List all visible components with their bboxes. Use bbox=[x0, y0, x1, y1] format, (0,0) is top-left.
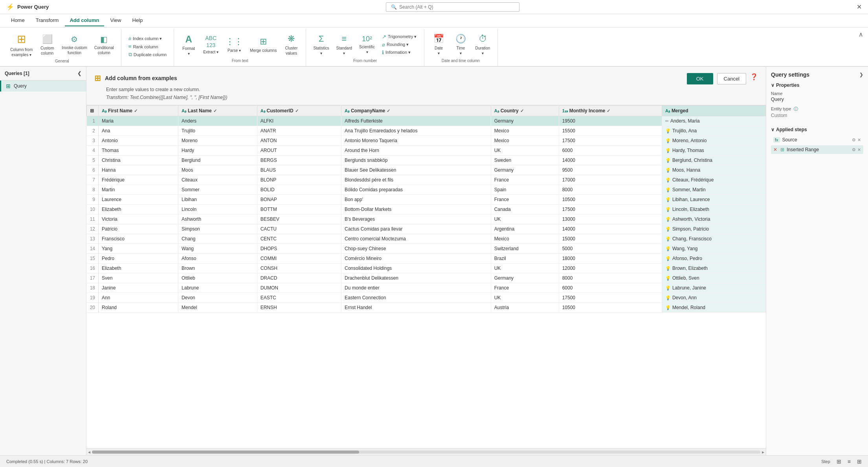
merged-cell[interactable]: ✏Anders, Maria bbox=[662, 116, 765, 126]
step-source-delete-icon[interactable]: ✕ bbox=[857, 137, 861, 143]
info-icon[interactable]: 💡 bbox=[665, 295, 671, 300]
horizontal-scrollbar[interactable]: ◂ ▸ bbox=[86, 448, 766, 455]
ribbon-trigonometry[interactable]: ↗ Trigonometry ▾ bbox=[380, 33, 419, 40]
merged-cell[interactable]: 💡Moreno, Antonio bbox=[662, 136, 765, 146]
search-box[interactable]: 🔍 bbox=[386, 2, 519, 12]
query-list-item-query[interactable]: ⊞ Query bbox=[0, 81, 86, 92]
step-inserted-range[interactable]: ✕ ⊞ Inserted Range ⚙ ✕ bbox=[771, 145, 863, 154]
info-icon[interactable]: 💡 bbox=[665, 138, 671, 143]
info-icon[interactable]: 💡 bbox=[665, 256, 671, 261]
scroll-right-button[interactable]: ▸ bbox=[762, 449, 764, 455]
info-icon[interactable]: 💡 bbox=[665, 148, 671, 153]
ribbon-duplicate-column[interactable]: ⧉ Duplicate column bbox=[126, 51, 169, 59]
ribbon-format[interactable]: A Format▾ bbox=[179, 31, 198, 58]
merged-cell[interactable]: 💡Wang, Yang bbox=[662, 244, 765, 254]
info-icon[interactable]: 💡 bbox=[665, 286, 671, 290]
info-icon[interactable]: 💡 bbox=[665, 207, 671, 212]
step-source-settings-icon[interactable]: ⚙ bbox=[852, 137, 856, 143]
ribbon-cluster-values[interactable]: ❋ Clustervalues bbox=[281, 32, 301, 57]
merged-cell[interactable]: 💡Hardy, Thomas bbox=[662, 146, 765, 156]
merged-cell[interactable]: 💡Sommer, Martin bbox=[662, 185, 765, 195]
menu-add-column[interactable]: Add column bbox=[65, 15, 104, 26]
info-icon[interactable]: 💡 bbox=[665, 158, 671, 163]
ribbon-parse[interactable]: ⋮⋮ Parse ▾ bbox=[223, 35, 245, 55]
merged-cell[interactable]: 💡Trujillo, Ana bbox=[662, 126, 765, 136]
merged-cell[interactable]: 💡Brown, Elizabeth bbox=[662, 264, 765, 273]
col-header-merged[interactable]: Aᵦ Merged bbox=[662, 106, 765, 116]
menu-home[interactable]: Home bbox=[6, 15, 29, 26]
status-step-icon[interactable]: ⊞ bbox=[837, 458, 841, 465]
merged-cell[interactable]: 💡Lincoln, Elizabeth bbox=[662, 205, 765, 214]
step-inserted-range-delete-icon[interactable]: ✕ bbox=[857, 147, 861, 152]
merged-cell[interactable]: 💡Ottlieb, Sven bbox=[662, 273, 765, 283]
ribbon-statistics[interactable]: Σ Statistics▾ bbox=[311, 32, 331, 57]
col-header-customer-id[interactable]: Aᵦ CustomerID ✓ bbox=[257, 106, 341, 116]
info-icon[interactable]: 💡 bbox=[665, 197, 671, 202]
first-name-cell: Martin bbox=[99, 185, 178, 195]
info-icon[interactable]: 💡 bbox=[665, 128, 671, 133]
info-icon[interactable]: 💡 bbox=[665, 187, 671, 192]
col-header-monthly-income[interactable]: 1₂₃ Monthly Income ✓ bbox=[559, 106, 662, 116]
info-icon[interactable]: 💡 bbox=[665, 246, 671, 251]
ribbon-extract[interactable]: ABC123 Extract ▾ bbox=[201, 33, 221, 56]
ribbon-duration[interactable]: ⏱ Duration▾ bbox=[473, 32, 493, 57]
cancel-button[interactable]: Cancel bbox=[717, 73, 746, 84]
step-source[interactable]: fx Source ⚙ ✕ bbox=[771, 136, 863, 144]
info-icon[interactable]: 💡 bbox=[665, 227, 671, 231]
queries-collapse-button[interactable]: ❮ bbox=[77, 71, 81, 76]
merged-cell[interactable]: 💡Afonso, Pedro bbox=[662, 254, 765, 264]
menu-help[interactable]: Help bbox=[128, 15, 148, 26]
merged-cell[interactable]: 💡Libihan, Laurence bbox=[662, 195, 765, 205]
step-inserted-range-settings-icon[interactable]: ⚙ bbox=[852, 147, 856, 152]
info-icon[interactable]: 💡 bbox=[665, 168, 671, 172]
merged-cell[interactable]: 💡Mendel, Roland bbox=[662, 303, 765, 313]
ribbon-time[interactable]: 🕐 Time▾ bbox=[451, 32, 471, 57]
ribbon-conditional-column[interactable]: ◧ Conditionalcolumn bbox=[92, 33, 116, 57]
ribbon-standard[interactable]: ≡ Standard▾ bbox=[334, 32, 354, 57]
info-icon[interactable]: 💡 bbox=[665, 266, 671, 271]
merged-cell[interactable]: 💡Simpson, Patricio bbox=[662, 224, 765, 234]
help-button[interactable]: ❓ bbox=[750, 73, 758, 84]
close-button[interactable]: ✕ bbox=[857, 3, 862, 11]
info-icon[interactable]: 💡 bbox=[665, 178, 671, 182]
data-table-wrapper[interactable]: ⊞ Aᵦ First Name ✓ Aᵦ La bbox=[86, 105, 766, 448]
ribbon-index-column[interactable]: # Index column ▾ bbox=[126, 35, 169, 42]
menu-transform[interactable]: Transform bbox=[31, 15, 64, 26]
entity-type-help-icon[interactable]: ⓘ bbox=[794, 106, 798, 111]
col-header-country[interactable]: Aᵦ Country ✓ bbox=[491, 106, 559, 116]
ribbon-rank-column[interactable]: ≡ Rank column bbox=[126, 43, 169, 50]
scroll-thumb[interactable] bbox=[92, 451, 359, 454]
merged-cell[interactable]: 💡Labrune, Janine bbox=[662, 283, 765, 293]
status-list-icon[interactable]: ≡ bbox=[848, 458, 851, 465]
ribbon-column-from-examples[interactable]: ⊞ Column fromexamples ▾ bbox=[8, 31, 35, 59]
menu-view[interactable]: View bbox=[106, 15, 126, 26]
status-grid-icon[interactable]: ⊞ bbox=[857, 458, 862, 465]
ribbon-custom-column[interactable]: ⬜ Customcolumn bbox=[37, 32, 57, 58]
merged-cell[interactable]: 💡Berglund, Christina bbox=[662, 156, 765, 165]
info-icon[interactable]: 💡 bbox=[665, 217, 671, 222]
ok-button[interactable]: OK bbox=[687, 73, 713, 84]
col-header-company-name[interactable]: Aᵦ CompanyName ✓ bbox=[341, 106, 491, 116]
scroll-left-button[interactable]: ◂ bbox=[88, 449, 90, 455]
search-input[interactable] bbox=[399, 4, 509, 10]
ribbon-scientific[interactable]: 10² Scientific▾ bbox=[357, 33, 377, 56]
ribbon-information[interactable]: ℹ Information ▾ bbox=[380, 49, 419, 56]
ribbon-date[interactable]: 📅 Date▾ bbox=[429, 32, 449, 57]
ribbon-invoke-custom[interactable]: ⚙ Invoke customfunction bbox=[59, 33, 89, 57]
applied-steps-title: ∨ Applied steps bbox=[771, 127, 863, 132]
col-header-last-name[interactable]: Aᵦ Last Name ✓ bbox=[178, 106, 257, 116]
merged-cell[interactable]: 💡Citeaux, Frédérique bbox=[662, 175, 765, 185]
merged-cell[interactable]: 💡Devon, Ann bbox=[662, 293, 765, 303]
info-icon[interactable]: 💡 bbox=[665, 236, 671, 241]
collapse-ribbon-button[interactable]: ∧ bbox=[857, 29, 865, 40]
merged-cell[interactable]: 💡Moos, Hanna bbox=[662, 165, 765, 175]
info-icon[interactable]: 💡 bbox=[665, 276, 671, 280]
query-settings-expand-button[interactable]: ❯ bbox=[859, 72, 863, 77]
merged-cell[interactable]: 💡Chang, Franscisco bbox=[662, 234, 765, 244]
ribbon-merge-columns[interactable]: ⊞ Merge columns bbox=[248, 35, 279, 55]
col-header-first-name[interactable]: Aᵦ First Name ✓ bbox=[99, 106, 178, 116]
info-icon[interactable]: 💡 bbox=[665, 305, 671, 310]
ribbon-rounding[interactable]: ⌀ Rounding ▾ bbox=[380, 41, 419, 48]
merged-cell[interactable]: 💡Ashworth, Victoria bbox=[662, 214, 765, 224]
scroll-track[interactable] bbox=[92, 451, 760, 454]
